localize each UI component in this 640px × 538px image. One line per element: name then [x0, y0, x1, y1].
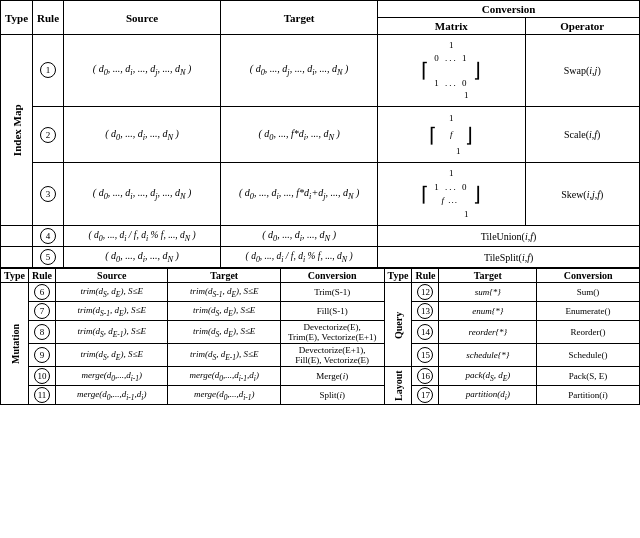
lower-source-8: trim(dS, dE-1), S≤E — [55, 321, 167, 344]
lower-conv-14: Reorder() — [537, 321, 640, 344]
lower-conv-6: Trim(S-1) — [280, 283, 384, 302]
lower-conv-9: Devectorize(E+1),Fill(E), Vectorize(E) — [280, 344, 384, 367]
lower-conv-7: Fill(S-1) — [280, 302, 384, 321]
table-row: Index Map 1 ( d0, ..., di, ..., dj, ...,… — [1, 35, 640, 107]
source-5: ( d0, ..., di, ..., dN ) — [64, 247, 221, 268]
table-row: 2 ( d0, ..., di, ..., dN ) ( d0, ..., f*… — [1, 106, 640, 162]
target-header: Target — [221, 1, 378, 35]
lower-table: Type Rule Source Target Conversion Type … — [0, 268, 640, 405]
lower-rule-header-left: Rule — [28, 269, 55, 283]
target-2: ( d0, ..., f*di, ..., dN ) — [221, 106, 378, 162]
lower-rule-13: 13 — [412, 302, 439, 321]
target-5: ( d0, ..., di / f, di % f, ..., dN ) — [221, 247, 378, 268]
source-1: ( d0, ..., di, ..., dj, ..., dN ) — [64, 35, 221, 107]
rule-5: 5 — [33, 247, 64, 268]
matrix-2: ⌈ 1 f 1 ⌋ — [378, 106, 525, 162]
lower-rule-header-right: Rule — [412, 269, 439, 283]
lower-rule-9: 9 — [28, 344, 55, 367]
lower-rule-14: 14 — [412, 321, 439, 344]
circle-4: 4 — [40, 228, 56, 244]
lower-table-row: 7 trim(dS-1, dE), S≤E trim(dS, dE), S≤E … — [1, 302, 640, 321]
lower-table-row: 10 merge(d0,...,di-1) merge(d0,...,di-1,… — [1, 367, 640, 386]
target-1: ( d0, ..., dj, ..., di, ..., dN ) — [221, 35, 378, 107]
rule-header: Rule — [33, 1, 64, 35]
lower-rule-17: 17 — [412, 386, 439, 405]
source-2: ( d0, ..., di, ..., dN ) — [64, 106, 221, 162]
table-row: 3 ( d0, ..., di, ..., dj, ..., dN ) ( d0… — [1, 163, 640, 226]
lower-source-6: trim(dS, dE), S≤E — [55, 283, 167, 302]
lower-target-16: pack(dS, dE) — [439, 367, 537, 386]
lower-target-17: partition(di) — [439, 386, 537, 405]
rule-2: 2 — [33, 106, 64, 162]
lower-source-10: merge(d0,...,di-1) — [55, 367, 167, 386]
lower-source-9: trim(dS, dE), S≤E — [55, 344, 167, 367]
lower-target-12: sum{*} — [439, 283, 537, 302]
lower-table-row: 11 merge(d0,...,di-1,di) merge(d0,...,di… — [1, 386, 640, 405]
index-map-label: Index Map — [1, 35, 33, 226]
type-blank-5 — [1, 247, 33, 268]
lower-target-header-left: Target — [168, 269, 280, 283]
lower-rule-7: 7 — [28, 302, 55, 321]
lower-rule-11: 11 — [28, 386, 55, 405]
lower-table-row: 8 trim(dS, dE-1), S≤E trim(dS, dE), S≤E … — [1, 321, 640, 344]
lower-table-row: Mutation 6 trim(dS, dE), S≤E trim(dS-1, … — [1, 283, 640, 302]
lower-rule-6: 6 — [28, 283, 55, 302]
target-3: ( d0, ..., di, ..., f*di+dj, ..., dN ) — [221, 163, 378, 226]
lower-conv-10: Merge(i) — [280, 367, 384, 386]
lower-target-6: trim(dS-1, dE), S≤E — [168, 283, 280, 302]
lower-target-15: schedule{*} — [439, 344, 537, 367]
source-4: ( d0, ..., di / f, di % f, ..., dN ) — [64, 226, 221, 247]
lower-table-row: 9 trim(dS, dE), S≤E trim(dS, dE-1), S≤E … — [1, 344, 640, 367]
lower-conv-15: Schedule() — [537, 344, 640, 367]
lower-type-header-right: Type — [384, 269, 412, 283]
lower-target-9: trim(dS, dE-1), S≤E — [168, 344, 280, 367]
layout-label: Layout — [384, 367, 412, 405]
lower-source-header: Source — [55, 269, 167, 283]
lower-rule-15: 15 — [412, 344, 439, 367]
lower-conv-11: Split(i) — [280, 386, 384, 405]
lower-target-11: merge(d0,...,di-1) — [168, 386, 280, 405]
conversion-header: Conversion — [378, 1, 640, 18]
source-header: Source — [64, 1, 221, 35]
upper-table: Type Rule Source Target Conversion Matri… — [0, 0, 640, 268]
lower-target-14: reorder{*} — [439, 321, 537, 344]
operator-header: Operator — [525, 18, 639, 35]
lower-rule-12: 12 — [412, 283, 439, 302]
operator-1: Swap(i,j) — [525, 35, 639, 107]
lower-conv-13: Enumerate() — [537, 302, 640, 321]
matrix-header: Matrix — [378, 18, 525, 35]
query-label: Query — [384, 283, 412, 367]
matrix-3: ⌈ 1 1 ... 0 f ... 1 ⌋ — [378, 163, 525, 226]
lower-conv-16: Pack(S, E) — [537, 367, 640, 386]
table-row: 4 ( d0, ..., di / f, di % f, ..., dN ) (… — [1, 226, 640, 247]
circle-1: 1 — [40, 62, 56, 78]
operator-2: Scale(i,f) — [525, 106, 639, 162]
matrix-1: ⌈ 1 0 ... 1 1 ... 0 1 ⌋ — [378, 35, 525, 107]
circle-5: 5 — [40, 249, 56, 265]
operator-4: TileUnion(i,f) — [378, 226, 640, 247]
lower-source-7: trim(dS-1, dE), S≤E — [55, 302, 167, 321]
operator-3: Skew(i,j,f) — [525, 163, 639, 226]
lower-conv-8: Devectorize(E),Trim(E), Vectorize(E+1) — [280, 321, 384, 344]
lower-rule-16: 16 — [412, 367, 439, 386]
lower-conv-header-right: Conversion — [537, 269, 640, 283]
lower-target-8: trim(dS, dE), S≤E — [168, 321, 280, 344]
lower-rule-8: 8 — [28, 321, 55, 344]
lower-type-header-left: Type — [1, 269, 29, 283]
type-header: Type — [1, 1, 33, 35]
type-blank-4 — [1, 226, 33, 247]
rule-1: 1 — [33, 35, 64, 107]
lower-source-11: merge(d0,...,di-1,di) — [55, 386, 167, 405]
operator-5: TileSplit(i,f) — [378, 247, 640, 268]
circle-2: 2 — [40, 127, 56, 143]
mutation-label: Mutation — [1, 283, 29, 405]
lower-rule-10: 10 — [28, 367, 55, 386]
lower-conv-17: Partition(i) — [537, 386, 640, 405]
source-3: ( d0, ..., di, ..., dj, ..., dN ) — [64, 163, 221, 226]
lower-target-13: enum{*} — [439, 302, 537, 321]
lower-conv-header-left: Conversion — [280, 269, 384, 283]
circle-3: 3 — [40, 186, 56, 202]
lower-target-10: merge(d0,...,di-1,di) — [168, 367, 280, 386]
lower-target-header-right: Target — [439, 269, 537, 283]
rule-4: 4 — [33, 226, 64, 247]
